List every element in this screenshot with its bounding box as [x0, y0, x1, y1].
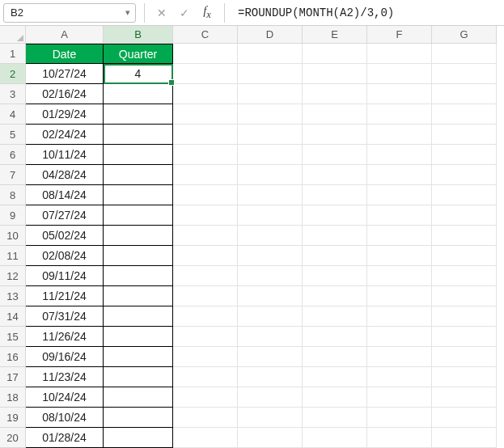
cell-A6[interactable]: 10/11/24	[26, 145, 104, 165]
cell-B6[interactable]	[104, 145, 173, 165]
cell-A9[interactable]: 07/27/24	[26, 205, 104, 226]
cell-D13[interactable]	[238, 286, 303, 306]
cell-A18[interactable]: 10/24/24	[26, 387, 104, 408]
cell-G4[interactable]	[432, 104, 497, 125]
col-header-E[interactable]: E	[303, 26, 367, 44]
cell-B17[interactable]	[104, 367, 173, 387]
cell-G9[interactable]	[432, 205, 497, 226]
cell-E9[interactable]	[303, 205, 367, 226]
cell-B15[interactable]	[104, 327, 173, 347]
cell-C19[interactable]	[173, 408, 238, 428]
cell-B20[interactable]	[104, 428, 173, 448]
cell-C10[interactable]	[173, 226, 238, 246]
col-header-F[interactable]: F	[367, 26, 432, 44]
col-header-D[interactable]: D	[238, 26, 303, 44]
cell-D10[interactable]	[238, 226, 303, 246]
cell-F19[interactable]	[367, 408, 432, 428]
chevron-down-icon[interactable]: ▾	[125, 7, 130, 18]
cell-E5[interactable]	[303, 125, 367, 145]
cell-B2[interactable]: 4	[104, 64, 173, 84]
cell-A12[interactable]: 09/11/24	[26, 266, 104, 286]
cell-G15[interactable]	[432, 327, 497, 347]
cell-C7[interactable]	[173, 165, 238, 185]
cell-F16[interactable]	[367, 347, 432, 367]
cell-G2[interactable]	[432, 64, 497, 84]
cell-F9[interactable]	[367, 205, 432, 226]
cell-C2[interactable]	[173, 64, 238, 84]
cell-F4[interactable]	[367, 104, 432, 125]
cell-G12[interactable]	[432, 266, 497, 286]
cell-C15[interactable]	[173, 327, 238, 347]
row-header[interactable]: 1	[0, 44, 26, 64]
cell-F3[interactable]	[367, 84, 432, 104]
cell-A4[interactable]: 01/29/24	[26, 104, 104, 125]
cell-G19[interactable]	[432, 408, 497, 428]
select-all-corner[interactable]	[0, 26, 26, 44]
row-header[interactable]: 8	[0, 185, 26, 205]
cell-C14[interactable]	[173, 306, 238, 327]
cell-B3[interactable]	[104, 84, 173, 104]
confirm-icon[interactable]: ✓	[176, 4, 193, 22]
cell-A19[interactable]: 08/10/24	[26, 408, 104, 428]
col-header-C[interactable]: C	[173, 26, 238, 44]
cell-E20[interactable]	[303, 428, 367, 448]
cell-E1[interactable]	[303, 44, 367, 64]
cell-D14[interactable]	[238, 306, 303, 327]
name-box[interactable]: B2 ▾	[3, 3, 136, 23]
cell-G5[interactable]	[432, 125, 497, 145]
cancel-icon[interactable]: ✕	[153, 4, 171, 22]
cell-C17[interactable]	[173, 367, 238, 387]
cell-G1[interactable]	[432, 44, 497, 64]
cell-E18[interactable]	[303, 387, 367, 408]
cell-B5[interactable]	[104, 125, 173, 145]
cell-E3[interactable]	[303, 84, 367, 104]
row-header[interactable]: 15	[0, 327, 26, 347]
cell-E8[interactable]	[303, 185, 367, 205]
cell-G20[interactable]	[432, 428, 497, 448]
cell-D4[interactable]	[238, 104, 303, 125]
cell-B14[interactable]	[104, 306, 173, 327]
cell-A17[interactable]: 11/23/24	[26, 367, 104, 387]
row-header[interactable]: 2	[0, 64, 26, 84]
cell-A11[interactable]: 02/08/24	[26, 246, 104, 266]
fx-icon[interactable]: fx	[198, 4, 216, 22]
cell-D16[interactable]	[238, 347, 303, 367]
cell-G13[interactable]	[432, 286, 497, 306]
cell-B12[interactable]	[104, 266, 173, 286]
cell-F7[interactable]	[367, 165, 432, 185]
cell-A7[interactable]: 04/28/24	[26, 165, 104, 185]
cell-C16[interactable]	[173, 347, 238, 367]
cell-F12[interactable]	[367, 266, 432, 286]
row-header[interactable]: 4	[0, 104, 26, 125]
cell-D5[interactable]	[238, 125, 303, 145]
cell-G7[interactable]	[432, 165, 497, 185]
cell-C4[interactable]	[173, 104, 238, 125]
cell-G14[interactable]	[432, 306, 497, 327]
cell-D2[interactable]	[238, 64, 303, 84]
cell-D11[interactable]	[238, 246, 303, 266]
row-header[interactable]: 5	[0, 125, 26, 145]
row-header[interactable]: 10	[0, 226, 26, 246]
cell-B11[interactable]	[104, 246, 173, 266]
cell-A14[interactable]: 07/31/24	[26, 306, 104, 327]
cell-E10[interactable]	[303, 226, 367, 246]
row-header[interactable]: 17	[0, 367, 26, 387]
cell-B16[interactable]	[104, 347, 173, 367]
cell-D7[interactable]	[238, 165, 303, 185]
cell-D20[interactable]	[238, 428, 303, 448]
row-header[interactable]: 6	[0, 145, 26, 165]
cell-C13[interactable]	[173, 286, 238, 306]
cell-G11[interactable]	[432, 246, 497, 266]
cell-F18[interactable]	[367, 387, 432, 408]
cell-B1[interactable]: Quarter	[104, 44, 173, 64]
cell-B13[interactable]	[104, 286, 173, 306]
cell-E6[interactable]	[303, 145, 367, 165]
cell-B9[interactable]	[104, 205, 173, 226]
cell-A1[interactable]: Date	[26, 44, 104, 64]
cell-B10[interactable]	[104, 226, 173, 246]
cell-F8[interactable]	[367, 185, 432, 205]
row-header[interactable]: 12	[0, 266, 26, 286]
cell-A20[interactable]: 01/28/24	[26, 428, 104, 448]
cell-A2[interactable]: 10/27/24	[26, 64, 104, 84]
cell-E7[interactable]	[303, 165, 367, 185]
